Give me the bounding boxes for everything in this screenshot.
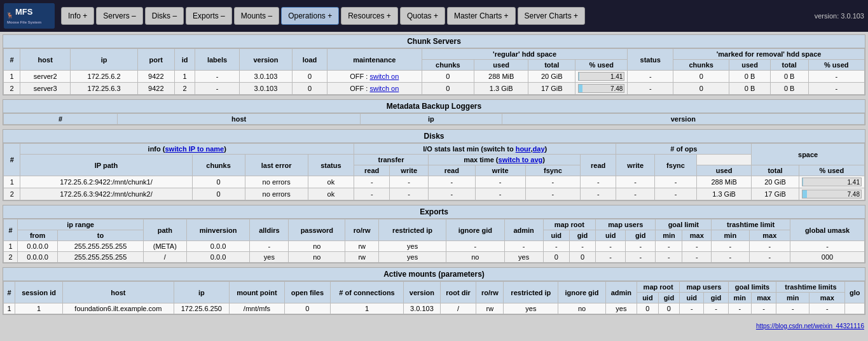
am-openfiles: 0 (284, 303, 330, 314)
svg-text:MFS: MFS (15, 7, 33, 17)
cs-maintenance: OFF : switch on (327, 83, 422, 95)
cs-m-chunks: 0 (673, 83, 729, 95)
ex-col-iprange: ip range (18, 219, 144, 230)
ex-password: no (289, 252, 345, 263)
am-col-trash-max: max (809, 293, 845, 303)
mb-col-version: version (502, 114, 864, 125)
ex-num: 1 (4, 241, 18, 252)
footer-link[interactable]: https://blog.csdn.net/weixin_44321116 (756, 323, 864, 330)
cs-m-pct: - (808, 83, 864, 95)
ex-mapusers-gid: - (626, 241, 656, 252)
logo: 🦌 MFS Moose File System (4, 3, 55, 29)
nav-server-charts[interactable]: Server Charts + (518, 7, 585, 25)
dk-col-t-write: write (390, 165, 429, 176)
nav-master-charts[interactable]: Master Charts + (447, 7, 516, 25)
switch-avg-link[interactable]: switch to avg (499, 156, 543, 164)
dk-status: ok (308, 188, 354, 200)
ex-admin: yes (504, 252, 543, 263)
ex-ignoregid: - (446, 241, 505, 252)
main-content: Chunk Servers # host ip port id labels v… (0, 32, 868, 321)
col-ip: ip (71, 49, 138, 71)
metadata-backup-title: Metadata Backup Loggers (3, 100, 865, 113)
ex-col-path: path (143, 219, 186, 241)
day-link[interactable]: day (533, 145, 545, 153)
nav-resources[interactable]: Resources + (341, 7, 398, 25)
am-sessionid: 1 (15, 303, 63, 314)
am-col-maproot: map root (637, 282, 680, 293)
ex-maproot-gid: - (569, 241, 595, 252)
ex-trash-max: - (749, 252, 790, 263)
cs-port: 9422 (137, 71, 174, 83)
mb-col-ip: ip (361, 114, 502, 125)
dk-ops-read: - (581, 188, 616, 200)
ex-mapusers-uid: - (596, 252, 626, 263)
am-mapusers-gid: - (704, 303, 728, 314)
am-col-trash-min: min (776, 293, 809, 303)
ex-mapusers-uid: - (596, 241, 626, 252)
nav-quotas[interactable]: Quotas + (400, 7, 445, 25)
ex-col-password: password (289, 219, 345, 241)
cs-chunks: 0 (422, 71, 474, 83)
dk-mt-read: - (429, 188, 476, 200)
am-col-goal-min: min (728, 293, 751, 303)
nav-mounts[interactable]: Mounts – (234, 7, 279, 25)
switch-ip-link[interactable]: switch IP to name (165, 145, 224, 153)
cs-load: 0 (293, 71, 327, 83)
dk-mt-read: - (429, 176, 476, 188)
am-col-mapusers-uid: uid (680, 293, 704, 303)
dk-num: 2 (4, 188, 20, 200)
am-version: 3.0.103 (404, 303, 441, 314)
ex-trash-max: - (749, 241, 790, 252)
col-host: host (20, 49, 71, 71)
dk-col-sp-used: used (696, 165, 751, 176)
ex-umask: 000 (790, 252, 865, 263)
header: 🦌 MFS Moose File System Info + Servers –… (0, 0, 868, 32)
logo-image: 🦌 MFS Moose File System (4, 3, 55, 29)
svg-text:🦌: 🦌 (6, 11, 14, 19)
ex-col-to: to (58, 230, 144, 241)
am-maproot-gid: 0 (658, 303, 680, 314)
dk-sp-used: 288 MiB (696, 176, 751, 188)
nav-disks[interactable]: Disks – (145, 7, 184, 25)
mb-col-host: host (118, 114, 361, 125)
am-col-trash: trashtime limits (776, 282, 845, 293)
nav-servers[interactable]: Servers – (96, 7, 142, 25)
dk-col-ippath: IP path (20, 155, 192, 176)
nav-exports[interactable]: Exports – (186, 7, 232, 25)
ex-from: 0.0.0.0 (18, 252, 58, 263)
ex-to: 255.255.255.255 (58, 241, 144, 252)
am-col-ignoregid: ignore gid (558, 282, 605, 303)
active-mounts-body: 1 1 foundation6.ilt.example.com 172.25.6… (4, 303, 865, 314)
col-num: # (4, 49, 20, 71)
nav-operations[interactable]: Operations + (281, 7, 339, 25)
dk-t-read: - (354, 188, 390, 200)
am-trash-max: - (809, 303, 845, 314)
cs-maintenance: OFF : switch on (327, 71, 422, 83)
am-col-goal: goal limits (728, 282, 776, 293)
dk-status: ok (308, 176, 354, 188)
nav-info[interactable]: Info + (61, 7, 94, 25)
disks-body: 1 172.25.6.2:9422:/mnt/chunk1/ 0 no erro… (4, 176, 865, 200)
cs-labels: - (195, 83, 240, 95)
chunk-servers-table: # host ip port id labels version load ma… (3, 48, 865, 95)
switch-on-link[interactable]: switch on (369, 73, 399, 80)
cs-num: 2 (4, 83, 20, 95)
am-col-openfiles: open files (284, 282, 330, 303)
switch-on-link[interactable]: switch on (369, 85, 399, 92)
chunk-servers-body: 1 server2 172.25.6.2 9422 1 - 3.0.103 0 … (4, 71, 865, 95)
am-col-glo: glo (845, 282, 865, 303)
am-rorw: rw (476, 303, 504, 314)
hour-link[interactable]: hour (516, 145, 531, 153)
main-nav: Info + Servers – Disks – Exports – Mount… (61, 7, 808, 25)
ex-col-maproot: map root (543, 219, 596, 230)
cs-status: - (628, 71, 673, 83)
ex-rorw: rw (345, 252, 379, 263)
chunk-server-row: 2 server3 172.25.6.3 9422 2 - 3.0.103 0 … (4, 83, 865, 95)
chunk-servers-section: Chunk Servers # host ip port id labels v… (3, 34, 865, 95)
disks-title: Disks (3, 130, 865, 143)
mb-col-num: # (4, 114, 118, 125)
ex-alldirs: yes (250, 252, 289, 263)
am-col-mapusers-gid: gid (704, 293, 728, 303)
col-m-used: used (729, 60, 770, 71)
dk-col-t-read: read (354, 165, 390, 176)
